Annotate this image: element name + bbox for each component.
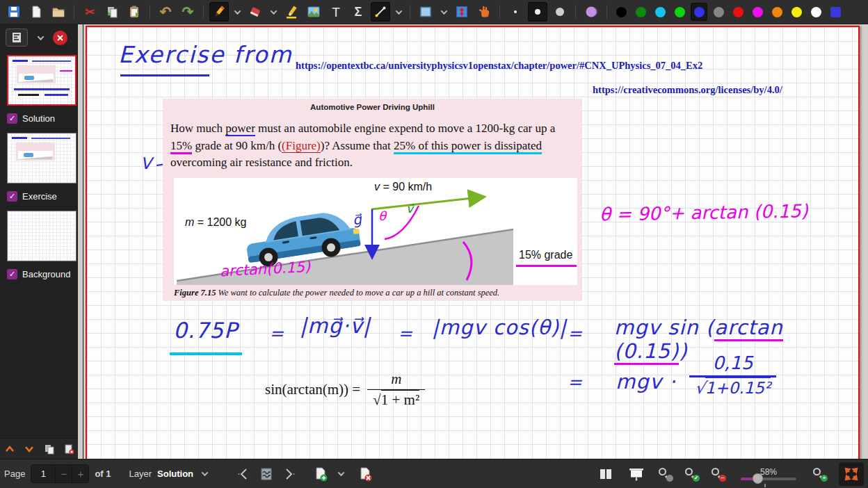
chevron-down-icon (395, 8, 402, 15)
chevron-down-icon (234, 8, 241, 15)
next-annotated-page-button[interactable] (281, 465, 299, 483)
layer-row-solution: ✓ Solution (0, 108, 83, 129)
zoom-original-button[interactable] (658, 467, 672, 481)
delete-page-button[interactable] (59, 439, 79, 459)
color-green-button[interactable] (671, 3, 688, 21)
theta-equation: θ = 90°+ arctan (0.15) (600, 200, 808, 225)
open-button[interactable] (49, 2, 68, 22)
select-options-dropdown[interactable] (438, 3, 449, 20)
layer-selector-dropdown[interactable] (199, 466, 210, 482)
color-gray-icon (714, 7, 724, 17)
problem-text-run: grade at 90 km/h ( (195, 139, 282, 152)
add-layer-button[interactable] (312, 465, 330, 483)
sidebar-close-button[interactable] (53, 31, 67, 45)
new-document-icon (29, 5, 43, 19)
mass-var: m (185, 216, 194, 228)
zoom-fit-button[interactable]: ✓ (684, 467, 698, 481)
add-layer-dropdown[interactable] (335, 466, 346, 482)
problem-power-underlined: power (225, 122, 255, 136)
color-orange-button[interactable] (769, 3, 785, 21)
chevron-down-icon (37, 33, 44, 40)
sidebar-mode-dropdown[interactable] (35, 29, 46, 46)
eq-equals-2: = (398, 323, 413, 343)
cut-button[interactable]: ✂ (80, 2, 99, 22)
color-magenta-button[interactable] (749, 3, 766, 21)
v-vector-label: v⃗ (406, 202, 413, 215)
save-button[interactable] (4, 2, 24, 22)
color-black-button[interactable] (613, 3, 629, 21)
pen-size-medium-button[interactable] (528, 2, 547, 22)
page-number-input[interactable]: 1 (31, 465, 55, 482)
color-orange-icon (772, 7, 782, 17)
pen-size-fine-button[interactable] (506, 2, 525, 22)
page-decrement-button[interactable]: − (55, 465, 72, 482)
zoom-out-button[interactable]: − (711, 467, 725, 481)
problem-title: Automotive Power Driving Uphill (163, 99, 582, 111)
redo-button[interactable]: ↷ (178, 2, 198, 22)
figure-caption-number: Figure 7.15 (174, 288, 216, 298)
chevron-down-icon (337, 469, 344, 476)
select-rectangle-button[interactable] (416, 2, 435, 22)
figure-link[interactable]: (Figure) (282, 139, 321, 153)
layer-checkbox-background[interactable]: ✓ (7, 269, 17, 279)
fullscreen-button[interactable] (839, 462, 864, 486)
zoom-in-button[interactable]: + (812, 467, 826, 481)
page-label: Page (4, 469, 25, 479)
pen-tool-button[interactable] (209, 2, 229, 22)
handwritten-heading: Exercise from (118, 41, 293, 68)
layer-checkbox-exercise[interactable]: ✓ (7, 191, 17, 202)
text-tool-button[interactable]: T (326, 2, 346, 22)
paste-icon (127, 5, 141, 19)
sidebar-scrollbar[interactable] (78, 24, 83, 459)
color-white-button[interactable] (807, 3, 824, 21)
color-cyan-button[interactable] (652, 3, 668, 21)
layer-selector-value[interactable]: Solution (157, 469, 193, 479)
color-blue-button[interactable] (691, 3, 707, 21)
sidebar-mode-button[interactable] (6, 29, 28, 47)
layer-preview-background[interactable] (7, 211, 77, 261)
page-down-button[interactable] (19, 439, 39, 459)
highlighter-tool-button[interactable] (282, 2, 301, 22)
hand-tool-button[interactable] (474, 2, 494, 22)
math-tex-button[interactable]: Σ (348, 2, 368, 22)
fill-toggle-button[interactable] (581, 2, 601, 22)
eq-equals-3: = (568, 323, 583, 343)
dual-page-view-button[interactable] (597, 465, 615, 483)
color-red-button[interactable] (730, 3, 746, 21)
page-surface[interactable]: Exercise from https://opentextbc.ca/univ… (86, 26, 860, 459)
page-increment-button[interactable]: + (72, 465, 88, 482)
eraser-tool-button[interactable] (246, 2, 265, 22)
shape-recognizer-button[interactable] (371, 2, 390, 22)
color-gray-button[interactable] (710, 3, 727, 21)
undo-button[interactable]: ↶ (156, 2, 175, 22)
pen-size-thick-button[interactable] (550, 2, 570, 22)
presentation-mode-button[interactable] (627, 465, 645, 483)
zoom-slider[interactable] (741, 478, 796, 480)
highlighter-icon (284, 5, 298, 19)
prev-annotated-page-button[interactable] (234, 465, 252, 483)
insert-image-button[interactable] (304, 2, 323, 22)
page-spinner: 1 − + (31, 464, 89, 483)
layer-preview-exercise[interactable] (7, 133, 77, 184)
paste-button[interactable] (124, 2, 144, 22)
delete-layer-icon (358, 466, 372, 482)
eraser-options-dropdown[interactable] (268, 3, 279, 20)
vertical-space-button[interactable] (452, 2, 472, 22)
page-up-button[interactable] (0, 439, 19, 459)
color-dark-green-button[interactable] (632, 3, 649, 21)
layer-checkbox-solution[interactable]: ✓ (7, 113, 17, 124)
layer-preview-solution[interactable] (7, 55, 77, 106)
annotated-page-indicator[interactable] (257, 465, 275, 483)
color-yellow-button[interactable] (788, 3, 805, 21)
color-picker-button[interactable] (827, 3, 844, 21)
zoom-percentage: 58% (760, 467, 777, 477)
layer-label-exercise: Exercise (22, 191, 57, 202)
copy-button[interactable] (102, 2, 122, 22)
delete-layer-button[interactable] (356, 465, 374, 483)
toolbar-divider (410, 5, 410, 19)
shape-options-dropdown[interactable] (393, 3, 404, 20)
new-document-button[interactable] (26, 2, 46, 22)
copy-page-button[interactable] (40, 439, 59, 459)
pen-options-dropdown[interactable] (232, 3, 243, 20)
zoom-slider-handle[interactable] (753, 473, 763, 484)
